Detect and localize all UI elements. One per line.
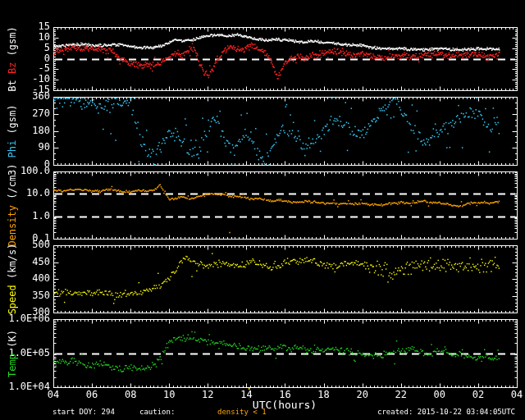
panel-y-axis-title-part: (km/s) [7, 244, 18, 285]
panel-y-axis-title: Density (/cm3) [7, 163, 17, 246]
x-tick-label: 04 [40, 390, 66, 400]
y-tick-label: 1.0E+06 [6, 313, 50, 324]
panel-y-axis-title-part: (gsm) [7, 26, 18, 62]
ace-rtsw-plot: ACE RTSW (Estimated) MAG & SWEPAM Begin:… [0, 0, 525, 420]
panel-y-axis-title-part: Bt [7, 74, 18, 92]
panel-y-axis-title-part: Bz [7, 62, 18, 73]
panel-y-axis-title-part: (/cm3) [7, 163, 18, 205]
x-tick-label: 02 [465, 390, 491, 400]
caution-label: caution: [139, 408, 175, 416]
panel-y-axis-title: Speed (km/s) [7, 244, 17, 315]
panel-y-axis-title-part: Temp [7, 354, 18, 377]
x-tick-label: 12 [194, 390, 221, 400]
panel-y-axis-title: Bt Bz (gsm) [7, 26, 17, 92]
plot-canvas [0, 0, 525, 420]
panel-y-axis-title: Phi (gsm) [7, 104, 17, 158]
panel-y-axis-title-part: Speed [7, 285, 18, 314]
created-timestamp: created: 2015-10-22 03:04:05UTC [377, 408, 515, 416]
x-tick-label: 22 [388, 390, 414, 400]
panel-y-axis-title-part: Phi [7, 139, 18, 158]
x-tick-label: 08 [117, 390, 144, 400]
x-tick-label: 04 [504, 390, 525, 400]
x-tick-label: 00 [427, 390, 453, 400]
panel-y-axis-title: Temp (K) [7, 330, 17, 377]
caution-value: density < 1 [217, 408, 267, 416]
panel-y-axis-title-part: (gsm) [7, 104, 18, 139]
panel-y-axis-title-part: (K) [7, 330, 18, 354]
x-tick-label: 06 [79, 390, 105, 400]
x-tick-label: 20 [349, 390, 376, 400]
y-tick-label: 360 [6, 91, 50, 102]
start-doy-label: start DOY: 294 [52, 408, 115, 416]
x-tick-label: 10 [156, 390, 182, 400]
